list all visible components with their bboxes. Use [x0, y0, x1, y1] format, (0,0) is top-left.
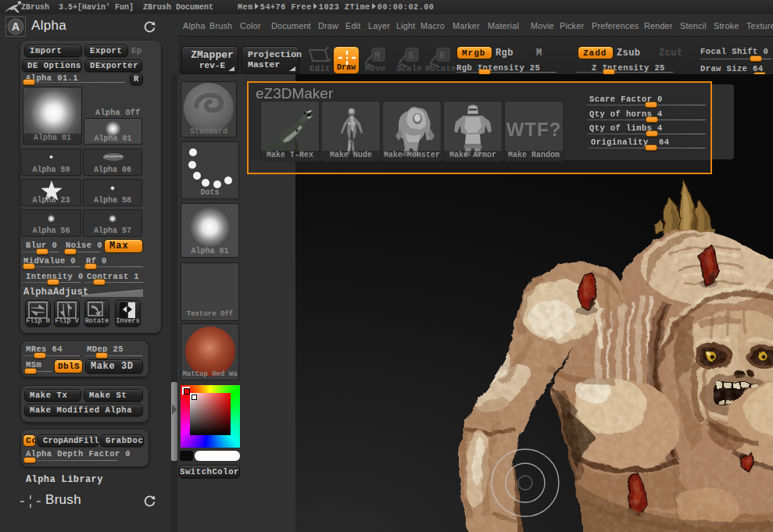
svg-text:M: M [374, 51, 380, 62]
svg-text:R: R [439, 51, 446, 62]
svg-text:Rotate: Rotate [425, 64, 456, 73]
svg-text:S: S [408, 51, 413, 62]
svg-text:Move: Move [365, 64, 386, 73]
svg-text:Edit: Edit [310, 64, 330, 73]
svg-text:Scale: Scale [396, 64, 422, 73]
svg-text:A: A [12, 20, 20, 33]
